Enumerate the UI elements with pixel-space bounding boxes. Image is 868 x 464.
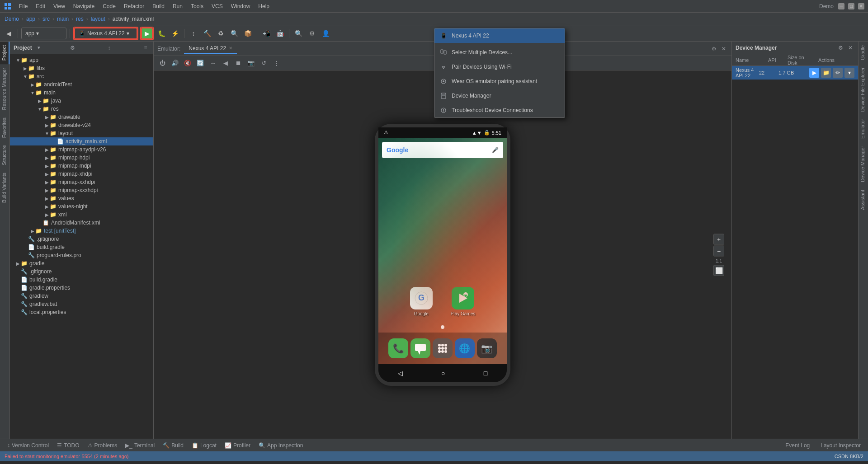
maximize-btn[interactable]: □ [848,3,854,9]
tree-item-androidmanifest[interactable]: 📋 AndroidManifest.xml [10,219,153,227]
close-window-btn[interactable]: × [858,3,864,9]
dropdown-troubleshoot[interactable]: Troubleshoot Device Connections [434,103,565,117]
tree-item-buildgradle-root[interactable]: 📄 build.gradle [10,276,153,284]
tab-layout-inspector[interactable]: Layout Inspector [817,441,864,450]
phone-search-bar[interactable]: Google 🎤 [382,142,503,158]
tab-profiler[interactable]: 📈 Profiler [221,441,254,450]
tree-item-values[interactable]: ▶ 📁 values [10,194,153,202]
tree-item-layout[interactable]: ▼ 📁 layout [10,129,153,137]
tree-item-gradlew[interactable]: 🔧 gradlew [10,292,153,300]
profile-btn[interactable]: ⚡ [169,28,181,39]
playgames-app-icon[interactable]: Play Games [451,287,475,316]
sdk-btn[interactable]: 📦 [242,28,254,39]
tab-build[interactable]: 🔨 Build [159,441,187,450]
emulator-settings-btn[interactable]: ⚙ [710,45,718,53]
back-btn[interactable]: ◀ [3,28,14,39]
tree-item-gradle-folder[interactable]: ▶ 📁 gradle [10,259,153,267]
tree-item-mipmap-anydpi[interactable]: ▶ 📁 mipmap-anydpi-v26 [10,145,153,154]
device-mgr-settings-btn[interactable]: ⚙ [836,44,844,52]
emu-refresh-btn[interactable]: ↺ [259,58,269,68]
breadcrumb-app[interactable]: app [26,16,35,22]
tab-app-inspection[interactable]: 🔍 App Inspection [255,441,307,450]
sidebar-tab-device-file[interactable]: Device File Explorer [859,64,868,115]
tree-item-libs[interactable]: ▶ 📁 libs [10,64,153,72]
app-module-dropdown[interactable]: app ▾ [21,28,66,39]
tree-item-gitignore-root[interactable]: 🔧 .gitignore [10,267,153,276]
run-button[interactable]: ▶ [141,28,153,39]
build-btn[interactable]: 🔨 [201,28,213,39]
tab-problems[interactable]: ⚠ Problems [84,441,121,450]
project-sync-btn[interactable]: ↕ [105,44,113,52]
analyze-btn[interactable]: 🔍 [228,28,240,39]
dock-camera-icon[interactable]: 📷 [477,338,497,358]
emu-power-btn[interactable]: ⏻ [157,58,167,68]
tree-item-activity-main[interactable]: 📄 activity_main.xml [10,137,153,145]
nav-back-btn[interactable]: ◁ [398,370,403,377]
sidebar-tab-gradle[interactable]: Gradle [859,42,868,64]
tree-item-proguard[interactable]: 🔧 proguard-rules.pro [10,251,153,259]
tree-item-mipmap-xxxhdpi[interactable]: ▶ 📁 mipmap-xxxhdpi [10,186,153,194]
tab-logcat[interactable]: 📋 Logcat [188,441,220,450]
breadcrumb-demo[interactable]: Demo [5,16,19,22]
sidebar-tab-emulator-right[interactable]: Emulator [859,115,868,142]
tab-todo[interactable]: ☰ TODO [53,441,83,450]
dock-launcher-icon[interactable] [433,338,453,358]
sidebar-tab-favorites[interactable]: Favorites [0,114,9,141]
device-run-btn[interactable]: ▶ [809,68,819,78]
sidebar-tab-project[interactable]: Project [0,42,9,64]
device-files-btn[interactable]: 📁 [821,68,831,78]
zoom-in-btn[interactable]: + [713,234,724,244]
dock-browser-icon[interactable]: 🌐 [455,338,475,358]
nav-home-btn[interactable]: ○ [441,370,445,377]
dropdown-wear-os[interactable]: Wear OS emulator pairing assistant [434,74,565,89]
tree-item-androidtest[interactable]: ▶ 📁 androidTest [10,80,153,89]
sidebar-tab-assistant[interactable]: Assistant [859,186,868,214]
debug-btn[interactable]: 🐛 [156,28,167,39]
menu-help[interactable]: Help [255,2,273,10]
menu-vcs[interactable]: VCS [208,2,226,10]
menu-navigate[interactable]: Navigate [70,2,98,10]
tree-item-app[interactable]: ▼ 📁 app [10,56,153,64]
menu-run[interactable]: Run [169,2,186,10]
dropdown-nexus4[interactable]: 📱 Nexus 4 API 22 [434,28,565,43]
tree-item-test[interactable]: ▶ 📁 test [unitTest] [10,227,153,235]
breadcrumb-res[interactable]: res [76,16,84,22]
tree-item-drawable[interactable]: ▶ 📁 drawable [10,113,153,121]
account-btn[interactable]: 👤 [320,28,331,39]
menu-file[interactable]: File [15,2,31,10]
device-dropdown[interactable]: 📱 Nexus 4 API 22 ▾ [74,28,137,39]
device-mgr-btn[interactable]: 📲 [260,28,272,39]
tree-item-values-night[interactable]: ▶ 📁 values-night [10,202,153,211]
menu-view[interactable]: View [50,2,69,10]
breadcrumb-layout[interactable]: layout [91,16,105,22]
tree-item-mipmap-xxhdpi[interactable]: ▶ 📁 mipmap-xxhdpi [10,178,153,186]
tab-version-control[interactable]: ↕ Version Control [4,441,52,450]
tab-event-log[interactable]: Event Log [782,441,813,450]
emulator-panel-close[interactable]: ✕ [720,45,728,53]
tree-item-buildgradle-app[interactable]: 📄 build.gradle [10,243,153,251]
tree-item-gradlew-bat[interactable]: 🔧 gradlew.bat [10,300,153,308]
tree-item-mipmap-mdpi[interactable]: ▶ 📁 mipmap-mdpi [10,162,153,170]
tree-item-main[interactable]: ▼ 📁 main [10,89,153,97]
device-mgr-close-btn[interactable]: ✕ [846,44,854,52]
menu-code[interactable]: Code [99,2,119,10]
tree-item-drawable-v24[interactable]: ▶ 📁 drawable-v24 [10,121,153,129]
avd-btn[interactable]: 🤖 [274,28,286,39]
dropdown-pair-wifi[interactable]: Pair Devices Using Wi-Fi [434,60,565,74]
sidebar-tab-build-variants[interactable]: Build Variants [0,169,9,206]
tree-item-src[interactable]: ▼ 📁 src [10,72,153,80]
emu-rotate-btn[interactable]: 🔄 [195,58,205,68]
dropdown-select-multiple[interactable]: Select Multiple Devices... [434,45,565,60]
device-more-btn[interactable]: ▾ [844,68,854,78]
sidebar-tab-device-mgr-right[interactable]: Device Manager [859,142,868,186]
settings-btn[interactable]: ⚙ [306,28,318,39]
dropdown-device-manager[interactable]: Device Manager [434,89,565,103]
tab-terminal[interactable]: ▶_ Terminal [122,441,158,450]
emulator-tab-nexus4[interactable]: Nexus 4 API 22 ✕ [184,43,237,54]
google-app-icon[interactable]: G Google [410,287,433,316]
zoom-frame-btn[interactable]: ⬜ [713,265,724,276]
emu-flip-btn[interactable]: ↔ [208,58,218,68]
emulator-tab-close[interactable]: ✕ [229,46,232,51]
device-edit-btn[interactable]: ✏ [833,68,843,78]
minimize-btn[interactable]: ─ [838,3,844,9]
